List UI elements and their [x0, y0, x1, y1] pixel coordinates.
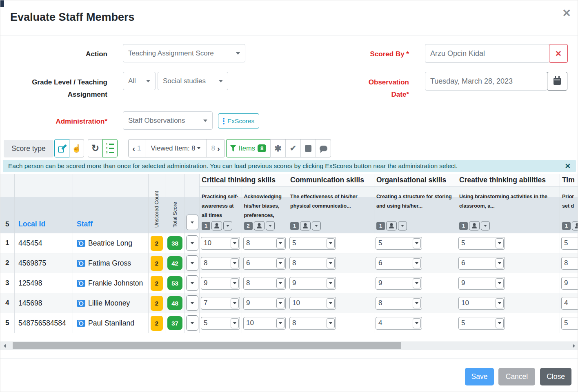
score-combobox[interactable] [561, 257, 578, 270]
chevron-down-icon[interactable] [276, 298, 285, 308]
score-combobox[interactable] [376, 237, 422, 250]
score-combobox[interactable] [376, 277, 422, 290]
staff-sort-link[interactable]: Staff [73, 220, 93, 228]
score-combobox[interactable] [201, 297, 240, 310]
chevron-down-icon[interactable] [327, 278, 335, 288]
chevron-down-icon[interactable] [413, 238, 421, 248]
score-combobox[interactable] [561, 237, 578, 250]
score-all-button[interactable] [254, 221, 265, 230]
chevron-down-icon[interactable] [327, 258, 335, 268]
score-combobox[interactable] [458, 257, 505, 270]
chevron-down-icon[interactable] [231, 298, 239, 308]
local-id-sort-link[interactable]: Local Id [15, 220, 45, 228]
edit-score-button[interactable] [54, 139, 69, 157]
next-item-button[interactable]: 8 › [206, 140, 225, 157]
chevron-down-icon[interactable] [327, 238, 335, 248]
touch-score-button[interactable]: ☝ [69, 139, 84, 157]
column-dropdown-button[interactable] [481, 221, 490, 230]
refresh-button[interactable]: ↻ [88, 139, 103, 157]
score-combobox[interactable] [561, 297, 578, 310]
score-combobox[interactable] [289, 297, 336, 310]
viewed-item-select[interactable]: Viewed Item: 8 [145, 140, 206, 157]
score-all-button[interactable] [469, 221, 480, 230]
stop-button[interactable] [300, 140, 316, 157]
chevron-down-icon[interactable] [496, 258, 504, 268]
score-combobox[interactable] [201, 257, 240, 270]
score-combobox[interactable] [561, 317, 578, 330]
scored-by-input[interactable] [425, 44, 549, 63]
score-combobox[interactable] [243, 277, 286, 290]
score-combobox[interactable] [243, 317, 286, 330]
chevron-down-icon[interactable] [327, 298, 335, 308]
list-view-button[interactable]: 1 2 3 [102, 139, 118, 157]
score-combobox[interactable] [458, 277, 505, 290]
scroll-right-arrow[interactable] [573, 344, 575, 348]
chevron-down-icon[interactable] [231, 278, 239, 288]
chevron-down-icon[interactable] [276, 238, 285, 248]
administration-select[interactable]: Staff Observations [123, 111, 213, 130]
score-all-button[interactable] [300, 221, 311, 230]
score-combobox[interactable] [243, 297, 286, 310]
subject-select[interactable]: Social studies [158, 72, 228, 90]
chevron-down-icon[interactable] [231, 318, 239, 328]
score-combobox[interactable] [201, 277, 240, 290]
score-combobox[interactable] [376, 297, 422, 310]
row-dropdown-button[interactable] [186, 255, 198, 271]
check-all-button[interactable]: ✔ [285, 140, 300, 157]
chevron-down-icon[interactable] [496, 278, 504, 288]
chevron-down-icon[interactable] [496, 298, 504, 308]
comment-button[interactable] [316, 140, 331, 157]
camera-icon[interactable] [77, 240, 85, 247]
score-combobox[interactable] [243, 237, 286, 250]
score-combobox[interactable] [458, 237, 505, 250]
row-dropdown-button[interactable] [186, 275, 198, 291]
score-combobox[interactable] [376, 317, 422, 330]
observation-date-input[interactable] [425, 72, 547, 91]
chevron-down-icon[interactable] [231, 258, 239, 268]
row-dropdown-button[interactable] [186, 295, 198, 311]
grade-select[interactable]: All [123, 72, 156, 90]
column-dropdown-button[interactable] [223, 221, 232, 230]
row-dropdown-button[interactable] [186, 315, 198, 331]
chevron-down-icon[interactable] [276, 258, 285, 268]
score-combobox[interactable] [201, 237, 240, 250]
camera-icon[interactable] [77, 320, 85, 327]
cancel-button[interactable]: Cancel [498, 368, 535, 385]
date-picker-button[interactable] [547, 72, 567, 91]
score-combobox[interactable] [243, 257, 286, 270]
chevron-down-icon[interactable] [327, 318, 335, 328]
items-filter-button[interactable]: Items 8 [226, 139, 270, 157]
camera-icon[interactable] [77, 260, 85, 267]
score-combobox[interactable] [289, 237, 336, 250]
score-all-button[interactable] [211, 221, 222, 230]
chevron-down-icon[interactable] [276, 278, 285, 288]
score-all-button[interactable] [386, 221, 397, 230]
chevron-down-icon[interactable] [413, 278, 421, 288]
column-dropdown-button[interactable] [266, 221, 275, 230]
score-all-button[interactable] [572, 221, 578, 230]
banner-close-icon[interactable]: ✕ [565, 162, 571, 171]
column-dropdown-button[interactable] [312, 221, 321, 230]
scrollbar-thumb[interactable] [13, 342, 401, 349]
camera-icon[interactable] [77, 280, 85, 287]
exscores-button[interactable]: ExScores [218, 113, 259, 128]
asterisk-button[interactable]: ✱ [270, 140, 285, 157]
chevron-down-icon[interactable] [231, 238, 239, 248]
chevron-down-icon[interactable] [413, 258, 421, 268]
prev-item-button[interactable]: ‹ 1 [129, 140, 145, 157]
score-combobox[interactable] [376, 257, 422, 270]
chevron-down-icon[interactable] [496, 318, 504, 328]
score-combobox[interactable] [458, 317, 505, 330]
chevron-down-icon[interactable] [276, 318, 285, 328]
score-combobox[interactable] [561, 277, 578, 290]
score-combobox[interactable] [289, 277, 336, 290]
chevron-down-icon[interactable] [413, 298, 421, 308]
score-combobox[interactable] [289, 257, 336, 270]
score-combobox[interactable] [201, 317, 240, 330]
clear-scored-by-button[interactable]: ✕ [549, 44, 568, 63]
scroll-left-arrow[interactable] [4, 344, 6, 348]
column-dropdown-button[interactable] [398, 221, 407, 230]
header-dropdown-button[interactable] [186, 215, 198, 230]
score-combobox[interactable] [289, 317, 336, 330]
modal-close-icon[interactable]: ✕ [562, 8, 571, 18]
